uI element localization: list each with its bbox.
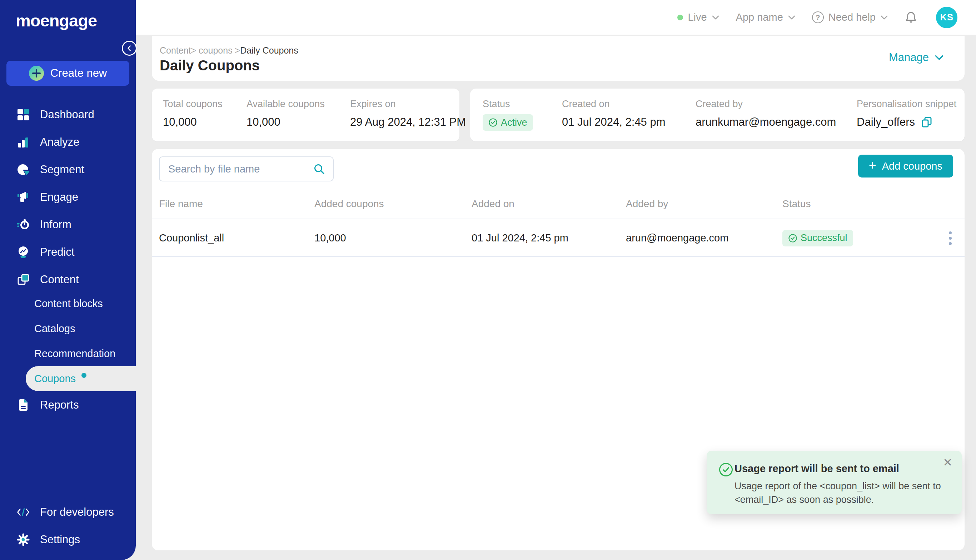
page-header-card: Content> coupons >Daily Coupons Daily Co… bbox=[152, 36, 964, 81]
create-new-button[interactable]: Create new bbox=[7, 61, 129, 86]
stat-label: Total coupons bbox=[163, 98, 223, 110]
stat-label: Created on bbox=[562, 98, 610, 110]
sidebar-item-label: For developers bbox=[40, 506, 114, 518]
dashboard-icon bbox=[17, 108, 30, 122]
sidebar-item-coupons[interactable]: Coupons bbox=[26, 366, 136, 391]
status-badge-successful: Successful bbox=[782, 230, 853, 247]
cell-added-by: arun@moengage.com bbox=[626, 232, 782, 244]
check-circle-icon bbox=[788, 233, 797, 243]
sidebar-item-reports[interactable]: Reports bbox=[0, 391, 136, 418]
sidebar-item-dashboard[interactable]: Dashboard bbox=[0, 101, 136, 128]
help-icon: ? bbox=[812, 12, 824, 23]
status-badge-label: Active bbox=[501, 117, 527, 128]
row-actions-kebab-menu[interactable] bbox=[949, 232, 958, 245]
document-icon bbox=[17, 398, 30, 412]
chevron-down-icon bbox=[880, 15, 888, 20]
sidebar-item-label: Predict bbox=[40, 246, 74, 258]
breadcrumb-path[interactable]: Content> coupons > bbox=[160, 45, 240, 55]
success-toast: Usage report will be sent to email Usage… bbox=[707, 451, 962, 514]
stat-value: 01 Jul 2024, 2:45 pm bbox=[562, 116, 666, 128]
sidebar-item-segment[interactable]: Segment bbox=[0, 156, 136, 183]
table-header-row: File name Added coupons Added on Added b… bbox=[152, 189, 964, 219]
layers-icon bbox=[17, 273, 30, 287]
sidebar-item-for-developers[interactable]: For developers bbox=[0, 498, 136, 526]
col-header-status: Status bbox=[782, 198, 943, 210]
sidebar-item-predict[interactable]: Predict bbox=[0, 238, 136, 266]
stat-value: 10,000 bbox=[163, 116, 197, 128]
sidebar-collapse-button[interactable] bbox=[122, 41, 137, 56]
need-help-menu[interactable]: ? Need help bbox=[812, 12, 888, 23]
stat-label: Status bbox=[483, 98, 510, 110]
sub-item-label: Catalogs bbox=[34, 323, 75, 335]
cell-file-name: Couponlist_all bbox=[159, 232, 314, 244]
sidebar-item-inform[interactable]: Inform bbox=[0, 211, 136, 238]
stat-label: Created by bbox=[696, 98, 743, 110]
sidebar: moengage Create new Dashboard Analyze bbox=[0, 0, 136, 560]
snippet-value-wrap: Daily_offers bbox=[857, 116, 933, 128]
sidebar-footer: For developers Settings bbox=[0, 498, 136, 553]
toast-body: Usage report of the <coupon_list> will b… bbox=[734, 479, 941, 507]
sidebar-item-recommendation[interactable]: Recommendation bbox=[0, 341, 136, 366]
create-new-label: Create new bbox=[50, 67, 107, 80]
sidebar-item-catalogs[interactable]: Catalogs bbox=[0, 316, 136, 341]
toast-body-line: <email_ID> as soon as possible. bbox=[734, 493, 941, 507]
col-header-added-coupons: Added coupons bbox=[314, 198, 472, 210]
pie-chart-icon bbox=[17, 163, 30, 177]
search-input[interactable] bbox=[159, 157, 334, 182]
coupon-meta-card: Status Active Created on 01 Jul 2024, 2:… bbox=[470, 88, 964, 142]
add-coupons-label: Add coupons bbox=[882, 160, 943, 172]
sidebar-item-label: Content bbox=[40, 273, 79, 286]
sub-item-label: Recommendation bbox=[34, 348, 115, 360]
app-name-selector[interactable]: App name bbox=[736, 12, 796, 23]
reports-section: Reports bbox=[0, 391, 136, 418]
sidebar-nav: Dashboard Analyze Segment Engage bbox=[0, 101, 136, 293]
search-icon[interactable] bbox=[313, 163, 326, 177]
bell-icon bbox=[904, 11, 918, 24]
cell-status: Successful bbox=[782, 230, 943, 247]
content-submenu: Content blocks Catalogs Recommendation C… bbox=[0, 291, 136, 391]
coupons-notification-dot bbox=[82, 373, 87, 378]
stat-label: Available coupons bbox=[247, 98, 325, 110]
breadcrumb-current: Daily Coupons bbox=[240, 45, 298, 55]
status-badge-wrap: Active bbox=[483, 114, 533, 131]
manage-button[interactable]: Manage bbox=[889, 51, 944, 64]
status-badge-label: Successful bbox=[801, 232, 848, 243]
col-header-file-name: File name bbox=[159, 198, 314, 210]
search-wrap bbox=[159, 157, 334, 182]
app: Live App name ? Need help KS moengage bbox=[0, 0, 976, 560]
gear-icon bbox=[17, 533, 30, 547]
toast-title: Usage report will be sent to email bbox=[734, 463, 899, 475]
sidebar-item-label: Analyze bbox=[40, 136, 79, 148]
sidebar-item-label: Dashboard bbox=[40, 108, 94, 121]
notifications-button[interactable] bbox=[904, 11, 918, 24]
moengage-logo: moengage bbox=[0, 0, 136, 30]
close-icon[interactable]: ✕ bbox=[943, 456, 953, 469]
topbar: Live App name ? Need help KS bbox=[136, 0, 976, 35]
stat-value: 29 Aug 2024, 12:31 PM bbox=[350, 116, 466, 128]
crystal-ball-icon bbox=[17, 245, 30, 259]
chevron-left-icon bbox=[125, 43, 134, 53]
check-circle-icon bbox=[488, 118, 498, 127]
sidebar-item-label: Settings bbox=[40, 533, 80, 546]
plus-icon bbox=[29, 66, 44, 81]
app-name-label: App name bbox=[736, 12, 783, 23]
sidebar-item-content-blocks[interactable]: Content blocks bbox=[0, 291, 136, 316]
sub-item-label: Content blocks bbox=[34, 298, 103, 310]
stopwatch-icon bbox=[17, 218, 30, 232]
sub-item-label: Coupons bbox=[34, 373, 76, 385]
stat-value: arunkumar@moengage.com bbox=[696, 116, 836, 128]
sidebar-item-analyze[interactable]: Analyze bbox=[0, 128, 136, 156]
sidebar-item-engage[interactable]: Engage bbox=[0, 183, 136, 211]
add-coupons-button[interactable]: + Add coupons bbox=[858, 155, 953, 178]
environment-selector[interactable]: Live bbox=[677, 12, 719, 23]
user-avatar[interactable]: KS bbox=[936, 7, 958, 28]
sidebar-item-settings[interactable]: Settings bbox=[0, 526, 136, 553]
sidebar-item-content[interactable]: Content bbox=[0, 266, 136, 293]
table-row: Couponlist_all 10,000 01 Jul 2024, 2:45 … bbox=[152, 220, 964, 257]
snippet-value: Daily_offers bbox=[857, 116, 915, 128]
live-status-dot bbox=[677, 15, 683, 20]
bar-chart-icon bbox=[17, 135, 30, 149]
breadcrumb: Content> coupons >Daily Coupons bbox=[160, 45, 298, 56]
coupon-stats-card: Total coupons 10,000 Available coupons 1… bbox=[152, 88, 459, 142]
copy-icon[interactable] bbox=[921, 116, 933, 128]
